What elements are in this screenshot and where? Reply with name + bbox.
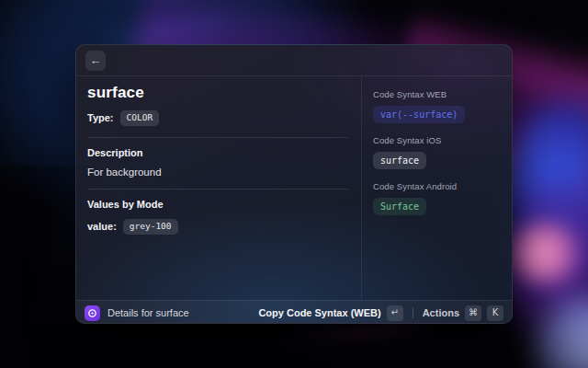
enter-key-badge[interactable]: ↵ [387, 305, 403, 321]
footer-actions: Copy Code Syntax (WEB) ↵ Actions ⌘ K [258, 305, 503, 321]
target-icon [87, 308, 97, 318]
token-detail-window: ← surface Type: COLOR Description For ba… [75, 44, 513, 324]
footer-separator [413, 307, 413, 318]
primary-action-button[interactable]: Copy Code Syntax (WEB) [258, 307, 380, 318]
command-key-badge[interactable]: ⌘ [465, 305, 481, 321]
code-syntax-ios-label: Code Syntax iOS [373, 135, 503, 145]
window-body: surface Type: COLOR Description For back… [76, 76, 512, 300]
action-bar: Details for surface Copy Code Syntax (WE… [76, 300, 512, 324]
code-syntax-web-label: Code Syntax WEB [373, 89, 503, 99]
value-label: value: [87, 221, 117, 232]
detail-pane: surface Type: COLOR Description For back… [76, 76, 361, 300]
values-by-mode-heading: Values by Mode [87, 199, 348, 210]
token-title: surface [87, 84, 348, 102]
type-row: Type: COLOR [87, 110, 348, 126]
type-value-badge: COLOR [120, 110, 160, 126]
description-text: For background [87, 167, 348, 178]
section-divider [87, 137, 348, 138]
code-syntax-web-value: var(--surface) [373, 106, 465, 123]
code-syntax-ios-group: Code Syntax iOS surface [373, 135, 503, 169]
code-syntax-android-label: Code Syntax Android [373, 181, 503, 191]
window-header: ← [76, 45, 512, 76]
back-button[interactable]: ← [85, 51, 106, 71]
back-arrow-icon: ← [90, 54, 102, 66]
code-syntax-android-value: Surface [373, 198, 426, 215]
code-syntax-ios-value: surface [373, 152, 426, 169]
description-heading: Description [87, 147, 348, 158]
code-syntax-android-group: Code Syntax Android Surface [373, 181, 503, 215]
value-badge: grey-100 [123, 219, 178, 235]
metadata-pane: Code Syntax WEB var(--surface) Code Synt… [361, 76, 512, 300]
desktop: { "window": { "header": { "back_glyph": … [0, 0, 588, 368]
status-text: Details for surface [107, 307, 189, 318]
code-syntax-web-group: Code Syntax WEB var(--surface) [373, 89, 503, 123]
extension-icon [85, 305, 100, 321]
k-key-badge[interactable]: K [487, 305, 503, 321]
value-row: value: grey-100 [87, 219, 348, 235]
actions-menu-button[interactable]: Actions [423, 307, 459, 318]
type-label: Type: [87, 112, 114, 123]
section-divider [87, 189, 348, 190]
